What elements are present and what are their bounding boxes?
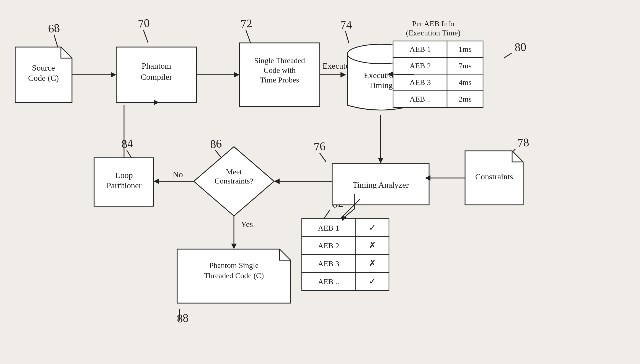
phantom-compiler-node: Phantom Compiler [116,47,197,102]
source-code-label: Source [32,63,55,72]
svg-text:Constraints?: Constraints? [215,177,253,185]
per-aeb-header1: Per AEB Info [412,19,454,28]
svg-rect-16 [239,43,320,107]
yes-label: Yes [241,220,253,229]
loop-partitioner-node: Loop Partitioner [94,158,154,206]
ref-78: 78 [517,136,529,149]
svg-text:Single Threaded: Single Threaded [254,56,305,65]
svg-text:1ms: 1ms [459,45,472,53]
ref-84: 84 [121,137,134,150]
per-aeb-header2: (Execution Time) [406,29,461,37]
svg-text:AEB 2: AEB 2 [318,241,339,250]
svg-text:Phantom Single: Phantom Single [209,261,259,270]
svg-text:AEB 3: AEB 3 [318,259,339,268]
source-code-node: Source Code (C) [15,47,72,102]
svg-text:Time Probes: Time Probes [260,76,299,84]
svg-text:✗: ✗ [369,258,376,268]
svg-text:Compiler: Compiler [141,72,172,81]
svg-text:✓: ✓ [369,276,376,286]
constraints-node: Constraints [465,151,523,205]
ref-72: 72 [240,17,252,30]
execute-label: Execute [322,61,349,70]
flowchart-svg: 68 70 72 74 80 76 78 84 86 82 88 [0,0,640,364]
svg-text:Meet: Meet [226,167,242,176]
svg-text:Threaded Code (C): Threaded Code (C) [204,271,264,280]
ref-88: 88 [176,311,189,325]
ref-70: 70 [138,16,150,30]
ref-74: 74 [340,18,352,32]
svg-text:Code (C): Code (C) [28,73,59,83]
svg-text:Phantom: Phantom [142,61,171,70]
svg-text:Timing Analyzer: Timing Analyzer [352,180,409,189]
svg-text:AEB 1: AEB 1 [318,224,339,232]
svg-text:Loop: Loop [115,171,133,180]
ref-80: 80 [514,40,527,54]
diagram-container: 68 70 72 74 80 76 78 84 86 82 88 [0,0,640,364]
svg-text:✓: ✓ [369,223,376,233]
aeb-output-table: AEB 1 ✓ AEB 2 ✗ AEB 3 ✗ AEB .. ✓ [302,219,389,291]
svg-text:7ms: 7ms [459,61,472,70]
svg-text:4ms: 4ms [459,78,472,87]
svg-text:Code with: Code with [264,66,296,74]
ref-68: 68 [48,21,60,35]
ref-86: 86 [210,137,222,151]
svg-text:Constraints: Constraints [475,172,513,181]
svg-text:2ms: 2ms [459,95,472,103]
svg-text:Timing: Timing [368,81,393,90]
svg-text:AEB 1: AEB 1 [410,45,431,53]
single-threaded-node: Single Threaded Code with Time Probes [239,43,320,107]
phantom-single-output-node: Phantom Single Threaded Code (C) [177,249,291,303]
timing-analyzer-node: Timing Analyzer [332,163,429,205]
svg-text:✗: ✗ [369,240,376,250]
no-label: No [173,170,183,179]
ref-76: 76 [313,140,326,153]
svg-text:AEB 2: AEB 2 [410,61,431,70]
arrow-timing-to-aeb-table [393,74,414,75]
svg-text:AEB 3: AEB 3 [410,78,431,87]
svg-text:AEB ..: AEB .. [410,95,431,103]
svg-text:Partitioner: Partitioner [107,181,142,190]
svg-text:AEB ..: AEB .. [318,277,339,286]
